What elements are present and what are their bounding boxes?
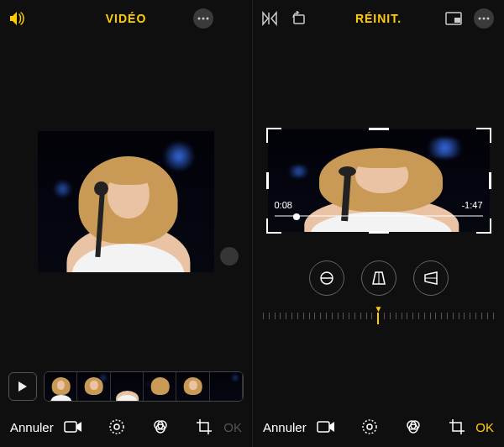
ruler-tick bbox=[487, 313, 488, 319]
filters-tab-icon[interactable] bbox=[404, 418, 423, 436]
cancel-button[interactable]: Annuler bbox=[10, 420, 54, 434]
ruler-tick bbox=[464, 313, 465, 319]
ok-button: OK bbox=[223, 420, 242, 434]
ruler-tick bbox=[447, 313, 448, 319]
ruler-tick bbox=[390, 313, 391, 319]
svg-point-5 bbox=[114, 424, 119, 429]
flip-icon[interactable] bbox=[261, 11, 278, 26]
ruler-tick bbox=[309, 313, 310, 319]
trim-timeline[interactable] bbox=[44, 371, 244, 402]
ruler-tick bbox=[435, 313, 436, 319]
ruler-tick bbox=[263, 313, 264, 319]
ruler-tick bbox=[402, 313, 402, 319]
ruler-tick bbox=[407, 313, 407, 319]
vertical-perspective-button[interactable] bbox=[361, 260, 396, 296]
rotate-icon[interactable] bbox=[290, 11, 307, 26]
bottom-bar: Annuler OK bbox=[253, 407, 504, 447]
angle-ruler[interactable]: ▼ bbox=[253, 302, 504, 331]
ruler-tick bbox=[377, 313, 379, 324]
svg-point-13 bbox=[483, 18, 486, 20]
play-button[interactable] bbox=[8, 372, 37, 401]
ruler-tick bbox=[396, 313, 396, 319]
ruler-tick bbox=[286, 313, 286, 319]
scrub-bar[interactable] bbox=[275, 215, 483, 217]
ruler-tick bbox=[418, 313, 419, 319]
video-edit-screen: VIDÉO bbox=[0, 0, 252, 447]
svg-point-0 bbox=[198, 18, 201, 20]
ruler-tick bbox=[297, 313, 298, 319]
top-bar: VIDÉO bbox=[0, 0, 252, 37]
tab-title: VIDÉO bbox=[59, 12, 193, 25]
video-frame bbox=[38, 131, 214, 272]
svg-rect-3 bbox=[65, 422, 76, 432]
time-current: 0:08 bbox=[275, 200, 292, 210]
ruler-tick bbox=[349, 313, 349, 319]
ok-button[interactable]: OK bbox=[475, 420, 494, 434]
svg-point-12 bbox=[479, 18, 481, 20]
svg-point-14 bbox=[487, 18, 490, 20]
filters-tab-icon[interactable] bbox=[151, 418, 170, 436]
ruler-tick bbox=[412, 313, 413, 319]
sound-icon[interactable] bbox=[8, 11, 27, 26]
live-photo-indicator bbox=[220, 247, 239, 266]
video-tab-icon[interactable] bbox=[64, 418, 82, 436]
ruler-tick bbox=[354, 313, 355, 319]
svg-rect-11 bbox=[454, 18, 460, 23]
horizontal-perspective-button[interactable] bbox=[413, 260, 449, 296]
ruler-tick bbox=[338, 313, 339, 319]
cancel-button[interactable]: Annuler bbox=[263, 420, 307, 434]
bottom-bar: Annuler OK bbox=[0, 407, 252, 447]
ruler-tick bbox=[371, 313, 372, 319]
ruler-tick bbox=[366, 313, 367, 319]
ruler-tick bbox=[430, 313, 431, 319]
ruler-tick bbox=[360, 313, 361, 319]
ruler-tick bbox=[459, 313, 459, 319]
ruler-tick bbox=[332, 313, 333, 319]
ruler-tick bbox=[453, 313, 454, 319]
time-remaining: -1:47 bbox=[461, 200, 482, 210]
ruler-tick bbox=[269, 313, 270, 319]
adjust-tab-icon[interactable] bbox=[360, 418, 379, 436]
svg-point-2 bbox=[207, 18, 209, 20]
crop-frame[interactable]: 0:08 -1:47 bbox=[268, 129, 490, 232]
ruler-tick bbox=[470, 313, 470, 319]
ruler-tick bbox=[280, 313, 281, 319]
ruler-tick bbox=[326, 313, 327, 319]
aspect-icon[interactable] bbox=[445, 12, 462, 25]
svg-point-20 bbox=[363, 420, 376, 434]
crop-tab-icon[interactable] bbox=[448, 418, 466, 436]
top-bar: RÉINIT. bbox=[253, 0, 504, 37]
straighten-button[interactable] bbox=[309, 260, 344, 296]
video-preview[interactable] bbox=[0, 37, 252, 366]
ruler-tick bbox=[481, 313, 482, 319]
adjust-tab-icon[interactable] bbox=[108, 418, 126, 436]
ruler-tick bbox=[314, 313, 315, 319]
svg-point-1 bbox=[202, 18, 205, 20]
ruler-tick bbox=[275, 313, 276, 319]
scrub-handle[interactable] bbox=[293, 213, 300, 220]
ruler-tick bbox=[384, 313, 385, 319]
ruler-tick bbox=[424, 313, 425, 319]
ruler-tick bbox=[493, 313, 494, 319]
ruler-tick bbox=[441, 313, 442, 319]
svg-rect-9 bbox=[294, 15, 304, 24]
svg-point-21 bbox=[367, 424, 372, 429]
ruler-tick bbox=[320, 313, 321, 319]
ruler-tick bbox=[291, 313, 292, 319]
ruler-tick bbox=[475, 313, 476, 319]
svg-rect-19 bbox=[318, 422, 329, 432]
ruler-tick bbox=[303, 313, 304, 319]
crop-tab-icon[interactable] bbox=[195, 418, 213, 436]
reset-button[interactable]: RÉINIT. bbox=[312, 12, 445, 25]
more-icon[interactable] bbox=[474, 8, 494, 29]
perspective-controls bbox=[309, 260, 449, 296]
more-icon[interactable] bbox=[193, 8, 213, 29]
timeline-row bbox=[0, 366, 252, 407]
crop-canvas: 0:08 -1:47 ▼ bbox=[253, 37, 504, 407]
video-tab-icon[interactable] bbox=[317, 418, 335, 436]
crop-edit-screen: RÉINIT. bbox=[252, 0, 504, 447]
svg-point-4 bbox=[110, 420, 123, 434]
ruler-tick bbox=[343, 313, 344, 319]
